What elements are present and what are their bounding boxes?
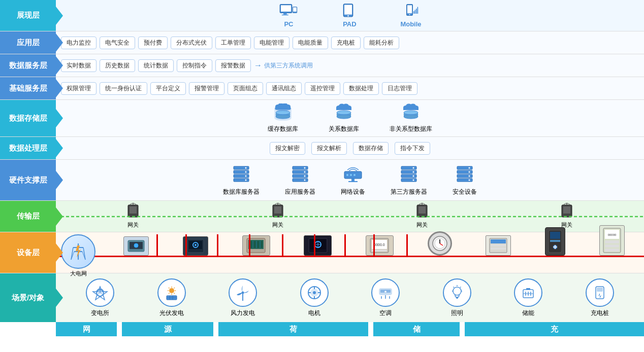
svg-point-70 (413, 167, 414, 168)
svg-point-158 (169, 288, 174, 293)
app-item-7: 充电桩 (331, 37, 361, 49)
svg-rect-144 (550, 240, 560, 242)
dataservice-content: 实时数据 历史数据 统计数据 控制指令 报警数据 供第三方系统调用 (56, 54, 644, 77)
svg-point-49 (245, 171, 247, 172)
category-load: 荷 (218, 322, 368, 336)
svg-line-86 (130, 203, 133, 204)
hw-db-server-label: 数据库服务器 (223, 188, 260, 196)
hw-db-server: 数据库服务器 (223, 164, 260, 196)
bs-item-3: 报警管理 (189, 82, 224, 95)
ac-icon (376, 284, 395, 302)
hw-third-server-label: 第三方服务器 (391, 188, 427, 196)
scene-substation-label: 变电所 (91, 309, 109, 318)
svg-rect-203 (597, 288, 603, 292)
device-img-3 (242, 235, 270, 256)
app-item-2: 预付费 (138, 37, 168, 49)
transport-label: 传输层 (0, 201, 56, 232)
svg-line-92 (278, 203, 281, 204)
svg-point-71 (413, 171, 414, 172)
scene-solar-label: 光伏发电 (159, 309, 184, 318)
svg-rect-94 (418, 206, 426, 214)
category-grid: 网 (56, 322, 117, 336)
energy-storage-icon (519, 284, 537, 302)
relational-db-label: 关系数据库 (329, 125, 359, 133)
application-label: 应用层 (0, 31, 56, 54)
hw-security-label: 安全设备 (453, 188, 477, 196)
datastorage-label: 数据存储层 (0, 100, 56, 136)
svg-point-34 (337, 115, 351, 119)
scene-charger: 充电桩 (586, 278, 614, 318)
svg-point-61 (346, 174, 348, 176)
ds-item-2: 统计数据 (138, 59, 174, 72)
pad-group: PAD (339, 3, 360, 28)
basicservice-label: 基础服务层 (0, 77, 56, 99)
ds-item-3: 控制指令 (177, 59, 212, 72)
bs-item-2: 平台定义 (150, 82, 186, 95)
svg-point-81 (469, 179, 470, 181)
hw-network: 网络设备 (341, 164, 365, 196)
svg-rect-139 (491, 239, 506, 243)
svg-point-8 (348, 15, 349, 16)
transport-dotted-line (56, 216, 644, 218)
device-img-6 (428, 231, 452, 256)
svg-rect-143 (550, 232, 560, 239)
dp-item-0: 报文解密 (270, 142, 305, 155)
ds-item-0: 实时数据 (61, 59, 96, 72)
dp-item-1: 报文解析 (311, 142, 347, 155)
vline-7 (344, 234, 346, 256)
svg-rect-14 (416, 9, 417, 14)
vline-3 (217, 234, 218, 256)
scene-storage: 储能 (514, 278, 542, 318)
gateway-2-label: 网关 (272, 221, 283, 229)
gateway-icon-3 (415, 203, 429, 221)
svg-point-78 (469, 167, 470, 168)
device-layer: 设备层 (0, 232, 644, 273)
svg-rect-39 (403, 108, 418, 110)
svg-rect-89 (274, 206, 281, 214)
device-img-8 (545, 227, 565, 256)
category-store: 储 (373, 322, 460, 336)
svg-point-57 (304, 171, 306, 172)
substation-icon (91, 284, 109, 302)
svg-line-163 (169, 288, 170, 289)
svg-point-11 (409, 14, 410, 15)
svg-line-96 (419, 203, 422, 204)
svg-rect-13 (414, 10, 415, 14)
app-item-8: 能耗分析 (364, 37, 399, 49)
svg-rect-3 (282, 15, 288, 16)
svg-rect-84 (130, 206, 137, 214)
scene-storage-label: 储能 (522, 309, 534, 318)
dataprocessing-label: 数据处理层 (0, 137, 56, 159)
mobile-group: Mobile (400, 3, 421, 28)
datastorage-layer: 数据存储层 缓存数据库 (0, 100, 644, 137)
scene-lighting-label: 照明 (451, 309, 463, 318)
svg-rect-65 (348, 181, 358, 182)
pad-icon (339, 3, 360, 19)
bs-item-6: 遥控管理 (305, 82, 340, 95)
dataservice-label: 数据服务层 (0, 54, 56, 77)
grid-label: 大电网 (70, 270, 87, 277)
scene-solar: 光伏发电 (157, 278, 186, 318)
bottom-spacer (0, 322, 56, 336)
dataprocessing-layer: 数据处理层 报文解密 报文解析 数据存储 指令下发 (0, 137, 644, 160)
svg-rect-152 (605, 244, 619, 248)
svg-rect-12 (413, 11, 414, 14)
gateway-icon-2 (271, 203, 285, 221)
hardware-label: 硬件支撑层 (0, 160, 56, 200)
svg-point-59 (304, 179, 306, 181)
scene-ac-label: 空调 (379, 309, 392, 318)
lighting-icon (448, 284, 466, 302)
svg-point-58 (304, 175, 306, 177)
vline-8 (373, 234, 375, 256)
ds-item-1: 历史数据 (100, 59, 135, 72)
cache-db-label: 缓存数据库 (268, 125, 298, 133)
motor-icon (305, 284, 324, 302)
vline-9 (406, 234, 408, 256)
category-source: 源 (122, 322, 213, 336)
svg-line-97 (422, 203, 425, 204)
app-item-6: 电能质量 (293, 37, 328, 49)
svg-line-166 (169, 293, 170, 294)
svg-point-188 (453, 287, 461, 295)
app-item-5: 电能管理 (254, 37, 289, 49)
dataservice-layer: 数据服务层 实时数据 历史数据 统计数据 控制指令 报警数据 供第三方系统调用 (0, 54, 644, 77)
